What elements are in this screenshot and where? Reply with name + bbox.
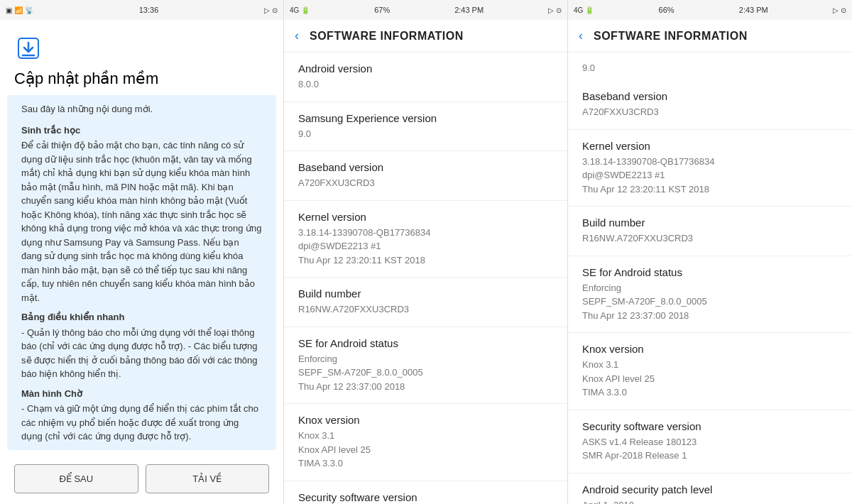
later-button[interactable]: ĐỂ SAU <box>14 464 138 493</box>
info-item-2: Baseband version A720FXXU3CRD3 <box>284 151 567 201</box>
info-item-5: SE for Android status Enforcing SEPF_SM-… <box>284 327 567 405</box>
left-time: 13:36 <box>139 6 159 14</box>
wifi-icon: 📶 <box>14 6 23 14</box>
info-value-2-0: 8.0.0 <box>298 77 553 92</box>
info-value-2-1: 9.0 <box>298 127 553 141</box>
info-item-6: Knox version Knox 3.1 Knox API level 25 … <box>284 404 567 481</box>
info-list-2: Android version 8.0.0 Samsung Experience… <box>284 53 567 504</box>
info-panel-3: ‹ SOFTWARE INFORMATION 9.0 Baseband vers… <box>568 20 852 504</box>
info-label-2-2: Baseband version <box>298 161 553 173</box>
info-item-3-2: Build number R16NW.A720FXXU3CRD3 <box>568 207 852 256</box>
info-value-3-3: Enforcing SEPF_SM-A720F_8.0.0_0005 Thu A… <box>582 281 838 323</box>
info-label-3-0: Baseband version <box>582 90 838 102</box>
info-item-3-4: Knox version Knox 3.1 Knox API level 25 … <box>568 333 852 410</box>
biometric-body: Để cải thiện độ bảo mật cho bạn, các tín… <box>21 138 262 305</box>
mid-cast-icon: ▷ <box>548 6 554 14</box>
info-label-3-3: SE for Android status <box>582 266 838 278</box>
info-panel-2: ‹ SOFTWARE INFORMATION Android version 8… <box>284 20 568 504</box>
info-label-2-3: Kernel version <box>298 211 553 223</box>
right-time: 2:43 PM <box>739 6 768 14</box>
info-value-2-6: Knox 3.1 Knox API level 25 TIMA 3.3.0 <box>298 429 553 471</box>
biometric-title: Sinh trắc học <box>21 124 262 138</box>
info-label-3-4: Knox version <box>582 343 838 355</box>
mid-alarm-icon: ⊙ <box>556 6 562 14</box>
mid-left-icons: 4G 🔋 <box>290 6 310 14</box>
right-signal-icon: 4G <box>574 6 583 14</box>
info-label-2-1: Samsung Experience version <box>298 112 553 124</box>
info-item-3-5: Security software version ASKS v1.4 Rele… <box>568 410 852 473</box>
back-arrow-3[interactable]: ‹ <box>579 28 583 43</box>
update-icon <box>14 34 43 62</box>
info-item-1: Samsung Experience version 9.0 <box>284 102 567 152</box>
mid-battery-pct: 67% <box>374 6 390 14</box>
info-value-3-5: ASKS v1.4 Release 180123 SMR Apr-2018 Re… <box>582 435 838 463</box>
section-quickpanel: Bảng điều khiển nhanh - Quản lý thông bá… <box>21 310 262 381</box>
info-value-2-2: A720FXXU3CRD3 <box>298 176 553 190</box>
info-item-3-1: Kernel version 3.18.14-13390708-QB177368… <box>568 130 852 207</box>
mid-signal-icon: 4G <box>290 6 299 14</box>
info-item-3-3: SE for Android status Enforcing SEPF_SM-… <box>568 256 852 334</box>
right-battery-pct: 66% <box>659 6 674 14</box>
alarm-icon: ⊙ <box>272 6 278 14</box>
info-value-2-5: Enforcing SEPF_SM-A720F_8.0.0_0005 Thu A… <box>298 352 553 394</box>
info-label-3-1: Kernel version <box>582 140 838 152</box>
main-content: Cập nhật phần mềm Sau đây là những nội d… <box>0 20 852 504</box>
update-buttons: ĐỂ SAU TẢI VỀ <box>0 457 283 504</box>
info-value-3-1: 3.18.14-13390708-QB17736834 dpi@SWDE2213… <box>582 155 838 197</box>
lockscreen-body: - Chạm và giữ một ứng dụng để hiển thị c… <box>21 402 262 444</box>
right-cast-icon: ▷ <box>833 6 839 14</box>
top-value-3: 9.0 <box>568 53 852 80</box>
quickpanel-body: - Quản lý thông báo cho mỗi ứng dụng với… <box>21 326 262 381</box>
left-right-icons: ▷ ⊙ <box>264 6 278 14</box>
right-battery-icon: 🔋 <box>585 6 594 14</box>
info-item-4: Build number R16NW.A720FXXU3CRD3 <box>284 278 567 327</box>
info-label-2-6: Knox version <box>298 414 553 426</box>
signal-icon: 📡 <box>25 6 33 14</box>
right-left-icons: 4G 🔋 <box>574 6 594 14</box>
update-panel: Cập nhật phần mềm Sau đây là những nội d… <box>0 20 284 504</box>
download-button[interactable]: TẢI VỀ <box>146 464 270 493</box>
status-bar-mid: 4G 🔋 67% 2:43 PM ▷ ⊙ <box>284 0 568 20</box>
info-value-3-0: A720FXXU3CRD3 <box>582 105 838 119</box>
quickpanel-title: Bảng điều khiển nhanh <box>21 310 262 324</box>
cast-icon: ▷ <box>264 6 270 14</box>
right-right-icons: ▷ ⊙ <box>833 6 846 14</box>
update-title: Cập nhật phần mềm <box>0 70 283 95</box>
info-value-3-4: Knox 3.1 Knox API level 25 TIMA 3.3.0 <box>582 358 838 400</box>
info-label-2-5: SE for Android status <box>298 337 553 349</box>
info-title-2: SOFTWARE INFORMATION <box>310 30 464 43</box>
info-item-3: Kernel version 3.18.14-13390708-QB177368… <box>284 201 567 278</box>
right-alarm-icon: ⊙ <box>841 6 846 14</box>
info-item-7: Security software version ASKS v1.4 Rele… <box>284 481 567 505</box>
mid-time: 2:43 PM <box>454 6 484 14</box>
info-label-2-7: Security software version <box>298 491 553 503</box>
update-header <box>0 20 283 70</box>
update-body: Sau đây là những nội dung mới. Sinh trắc… <box>7 95 276 450</box>
info-header-2: ‹ SOFTWARE INFORMATION <box>284 20 567 53</box>
info-value-3-6: April 1, 2018 <box>582 498 838 505</box>
info-label-2-4: Build number <box>298 287 553 300</box>
info-value-2-3: 3.18.14-13390708-QB17736834 dpi@SWDE2213… <box>298 226 553 268</box>
left-status-icons: ▣ 📶 📡 <box>6 6 33 14</box>
sim-icon: ▣ <box>6 6 12 14</box>
section-biometric: Sinh trắc học Để cải thiện độ bảo mật ch… <box>21 124 262 305</box>
mid-right-icons: ▷ ⊙ <box>548 6 562 14</box>
info-value-2-4: R16NW.A720FXXU3CRD3 <box>298 302 553 317</box>
status-bars: ▣ 📶 📡 13:36 ▷ ⊙ 4G 🔋 67% 2:43 PM ▷ ⊙ 4G … <box>0 0 852 20</box>
info-label-2-0: Android version <box>298 62 553 75</box>
status-bar-left: ▣ 📶 📡 13:36 ▷ ⊙ <box>0 0 284 20</box>
status-bar-right: 4G 🔋 66% 2:43 PM ▷ ⊙ <box>568 0 852 20</box>
info-title-3: SOFTWARE INFORMATION <box>594 30 748 43</box>
info-item-3-0: Baseband version A720FXXU3CRD3 <box>568 80 852 130</box>
back-arrow-2[interactable]: ‹ <box>295 28 299 43</box>
section-lockscreen: Màn hình Chờ - Chạm và giữ một ứng dụng … <box>21 387 262 444</box>
update-intro: Sau đây là những nội dung mới. <box>21 102 262 116</box>
info-item-0: Android version 8.0.0 <box>284 53 567 102</box>
info-label-3-5: Security software version <box>582 420 838 432</box>
mid-battery-icon: 🔋 <box>301 6 310 14</box>
info-item-3-6: Android security patch level April 1, 20… <box>568 473 852 505</box>
lockscreen-title: Màn hình Chờ <box>21 387 262 401</box>
info-header-3: ‹ SOFTWARE INFORMATION <box>568 20 852 53</box>
info-label-3-2: Build number <box>582 217 838 229</box>
info-value-3-2: R16NW.A720FXXU3CRD3 <box>582 231 838 246</box>
